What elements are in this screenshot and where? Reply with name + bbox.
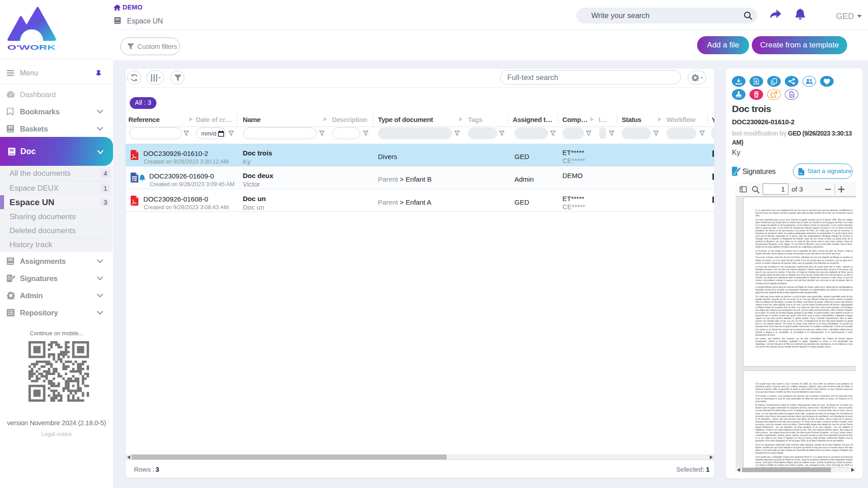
svg-text:O'WORK: O'WORK xyxy=(7,44,56,51)
